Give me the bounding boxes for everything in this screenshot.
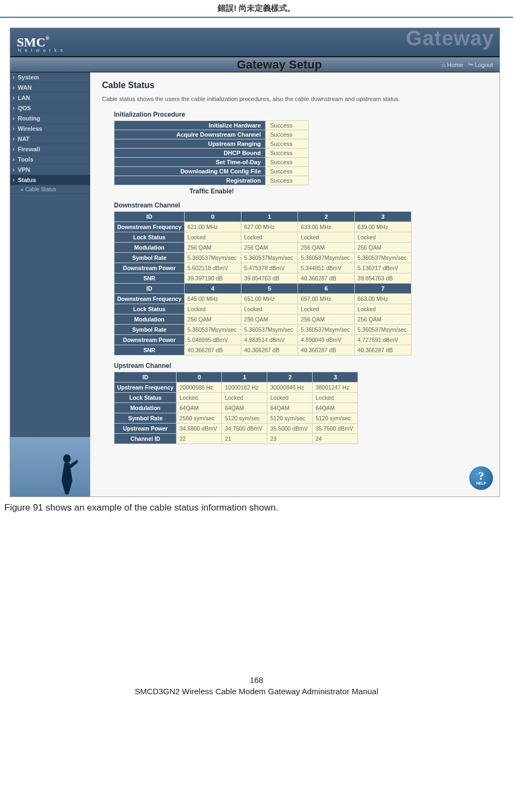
up-title: Upstream Channel xyxy=(114,362,488,370)
help-icon: ? xyxy=(478,471,484,481)
top-banner: SMC® N e t w o r k s Gateway xyxy=(10,28,500,56)
traffic-enable: Traffic Enable! xyxy=(114,187,309,195)
figure-91-screenshot: SMC® N e t w o r k s Gateway Gateway Set… xyxy=(10,28,500,497)
logout-link[interactable]: ↪ Logout xyxy=(468,61,493,68)
sidebar-item-qos[interactable]: QOS xyxy=(10,103,90,113)
sidebar-item-wireless[interactable]: Wireless xyxy=(10,124,90,134)
page-footer: 168 SMCD3GN2 Wireless Cable Modem Gatewa… xyxy=(0,675,513,707)
init-title: Initialization Procedure xyxy=(114,111,488,118)
content-area: Cable Status Cable status shows the user… xyxy=(90,72,500,496)
init-table: Initialize HardwareSuccess Acquire Downs… xyxy=(114,120,309,185)
help-button[interactable]: ? HELP xyxy=(469,466,493,490)
sidebar-item-routing[interactable]: Routing xyxy=(10,113,90,124)
sidebar-item-nat[interactable]: NAT xyxy=(10,134,90,144)
sidebar: System WAN LAN QOS Routing Wireless NAT … xyxy=(10,72,90,496)
manual-title: SMCD3GN2 Wireless Cable Modem Gateway Ad… xyxy=(135,687,379,696)
sub-banner: Gateway Setup ⌂ Home ↪ Logout xyxy=(10,56,500,72)
page-intro: Cable status shows the users the cable i… xyxy=(102,96,488,102)
figure-caption: Figure 91 shows an example of the cable … xyxy=(4,502,509,513)
sidebar-sub-cable-status[interactable]: Cable Status xyxy=(10,185,90,194)
home-link[interactable]: ⌂ Home xyxy=(442,62,463,68)
sidebar-item-lan[interactable]: LAN xyxy=(10,93,90,103)
home-icon: ⌂ xyxy=(442,62,446,68)
page-setup-title: Gateway Setup xyxy=(237,58,322,72)
page-number: 168 xyxy=(0,675,513,685)
brand-subtext: N e t w o r k s xyxy=(18,48,64,53)
banner-watermark: Gateway xyxy=(406,27,494,50)
downstream-table: ID 0 1 2 3 Downstream Frequency621.00 MH… xyxy=(114,211,411,355)
sidebar-item-status[interactable]: Status xyxy=(10,175,90,185)
logout-icon: ↪ xyxy=(468,61,473,68)
upstream-table: ID 0 1 2 3 Upstream Frequency20000588 Hz… xyxy=(114,372,358,444)
page-title: Cable Status xyxy=(102,80,488,90)
down-title: Downstream Channel xyxy=(114,202,488,209)
sidebar-item-firewall[interactable]: Firewall xyxy=(10,144,90,155)
sidebar-item-tools[interactable]: Tools xyxy=(10,155,90,165)
person-silhouette-icon xyxy=(53,451,80,494)
sidebar-item-wan[interactable]: WAN xyxy=(10,83,90,93)
sidebar-item-vpn[interactable]: VPN xyxy=(10,165,90,175)
sidebar-decorative-image xyxy=(10,437,90,496)
doc-header: 錯誤! 尚未定義樣式。 xyxy=(0,0,513,18)
svg-point-0 xyxy=(63,454,71,463)
sidebar-item-system[interactable]: System xyxy=(10,72,90,83)
